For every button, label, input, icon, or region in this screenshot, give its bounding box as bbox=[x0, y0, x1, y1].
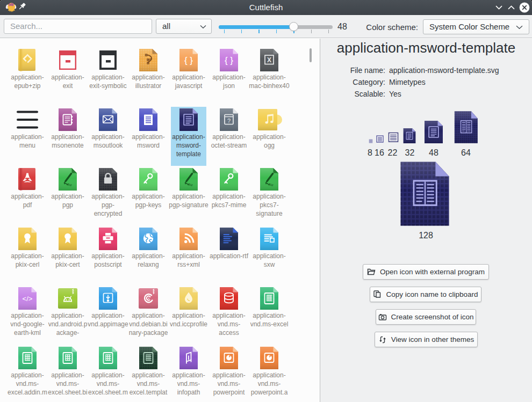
svg-text:</>: </> bbox=[23, 295, 33, 303]
svg-text:Sig: Sig bbox=[269, 182, 274, 187]
svg-text:?: ? bbox=[227, 118, 231, 124]
svg-text:{ }: { } bbox=[184, 55, 193, 65]
svg-text:Sig: Sig bbox=[67, 182, 72, 187]
svg-text:Sig: Sig bbox=[188, 182, 193, 187]
svg-text:{ }: { } bbox=[225, 55, 233, 65]
svg-text:X: X bbox=[267, 56, 271, 64]
